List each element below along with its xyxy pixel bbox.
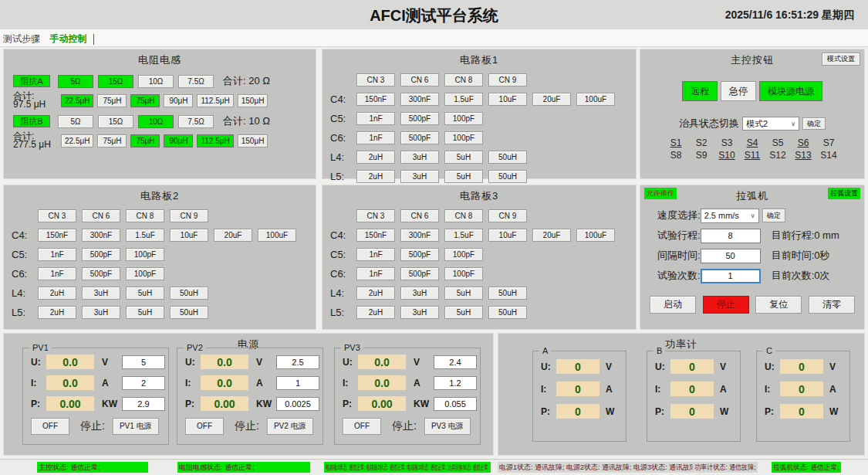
board-value-button[interactable]: 5uH xyxy=(444,306,483,319)
fixture-confirm-button[interactable]: 确定 xyxy=(802,117,826,130)
inductor-button[interactable]: 22.5μH xyxy=(61,94,93,107)
board-value-button[interactable]: 5uH xyxy=(126,306,164,319)
cn-button[interactable]: CN 8 xyxy=(126,209,164,222)
cn-button[interactable]: CN 6 xyxy=(82,209,120,222)
inductor-button[interactable]: 150μH xyxy=(238,94,269,107)
board-value-button[interactable]: 1nF xyxy=(356,112,395,125)
pv-power-button[interactable]: PV2 电源 xyxy=(267,418,313,435)
board-value-button[interactable]: 300nF xyxy=(400,229,439,242)
pv-off-button[interactable]: OFF xyxy=(343,418,381,435)
board-value-button[interactable]: 500pF xyxy=(400,112,439,125)
board-value-button[interactable]: 3uH xyxy=(400,151,439,164)
tab-manual-control[interactable]: 手动控制 xyxy=(46,32,90,46)
board-value-button[interactable]: 50uH xyxy=(488,306,527,319)
pv-setpoint-input[interactable]: 2.5 xyxy=(276,355,319,369)
inductor-button[interactable]: 150μH xyxy=(238,134,269,148)
fixture-mode-select[interactable]: 模式2 ∨ xyxy=(742,117,799,131)
board-value-button[interactable]: 150nF xyxy=(356,93,395,106)
board-value-button[interactable]: 1.5uF xyxy=(444,229,483,242)
arc-field-input[interactable]: 8 xyxy=(701,229,761,243)
resistor-button[interactable]: 7.5Ω xyxy=(178,75,214,88)
board-value-button[interactable]: 1nF xyxy=(38,267,76,280)
impedance-toggle-a[interactable]: 阻抗A xyxy=(13,75,50,87)
speed-confirm-button[interactable]: 确定 xyxy=(762,209,785,222)
resistor-button[interactable]: 5Ω xyxy=(58,75,93,88)
cn-button[interactable]: CN 8 xyxy=(444,209,483,222)
pv-setpoint-input[interactable]: 1.2 xyxy=(434,376,477,390)
cn-button[interactable]: CN 6 xyxy=(400,209,439,222)
cn-button[interactable]: CN 3 xyxy=(356,73,395,87)
board-value-button[interactable]: 10uF xyxy=(488,229,527,242)
resistor-button[interactable]: 15Ω xyxy=(98,115,133,128)
board-value-button[interactable]: 50uH xyxy=(170,306,208,319)
board-value-button[interactable]: 2uH xyxy=(356,170,395,183)
resistor-button[interactable]: 7.5Ω xyxy=(178,115,214,128)
board-value-button[interactable]: 2uH xyxy=(38,287,76,300)
cn-button[interactable]: CN 3 xyxy=(38,209,76,222)
board-value-button[interactable]: 20uF xyxy=(532,229,571,242)
board-value-button[interactable]: 100uF xyxy=(258,229,296,242)
board-value-button[interactable]: 1nF xyxy=(356,248,395,261)
board-value-button[interactable]: 100pF xyxy=(444,112,483,125)
pv-setpoint-input[interactable]: 0.055 xyxy=(434,397,477,411)
pv-setpoint-input[interactable]: 1 xyxy=(276,376,319,390)
pv-setpoint-input[interactable]: 2.9 xyxy=(122,397,165,411)
board-value-button[interactable]: 50uH xyxy=(488,151,527,164)
board-value-button[interactable]: 100pF xyxy=(444,131,483,144)
arc-control-button[interactable]: 停止 xyxy=(703,296,749,314)
arc-settings-button[interactable]: 拉弧设置 xyxy=(828,188,860,199)
board-value-button[interactable]: 1nF xyxy=(356,131,395,144)
board-value-button[interactable]: 50uH xyxy=(488,170,527,183)
board-value-button[interactable]: 500pF xyxy=(400,248,439,261)
board-value-button[interactable]: 50uH xyxy=(170,287,208,300)
board-value-button[interactable]: 500pF xyxy=(400,131,439,144)
board-value-button[interactable]: 2uH xyxy=(356,306,395,319)
board-value-button[interactable]: 300nF xyxy=(400,93,439,106)
board-value-button[interactable]: 100uF xyxy=(576,229,615,242)
resistor-button[interactable]: 5Ω xyxy=(58,115,93,128)
inductor-button[interactable]: 112.5μH xyxy=(197,134,233,148)
board-value-button[interactable]: 100pF xyxy=(126,267,164,280)
inductor-button[interactable]: 75μH xyxy=(130,134,160,148)
arc-field-input[interactable]: 50 xyxy=(701,249,761,263)
inductor-button[interactable]: 75μH xyxy=(97,94,127,107)
pv-power-button[interactable]: PV3 电源 xyxy=(424,418,471,435)
board-value-button[interactable]: 5uH xyxy=(444,287,483,300)
board-value-button[interactable]: 50uH xyxy=(488,287,527,300)
board-value-button[interactable]: 150nF xyxy=(38,229,76,242)
main-control-button[interactable]: 远程 xyxy=(682,81,718,101)
board-value-button[interactable]: 3uH xyxy=(82,306,120,319)
pv-off-button[interactable]: OFF xyxy=(31,418,69,435)
main-control-button[interactable]: 模块源电源 xyxy=(759,81,822,101)
board-value-button[interactable]: 1.5uF xyxy=(126,229,164,242)
impedance-toggle-b[interactable]: 阻抗B xyxy=(13,115,50,127)
main-control-button[interactable]: 急停 xyxy=(721,81,756,101)
resistor-button[interactable]: 10Ω xyxy=(138,115,174,128)
board-value-button[interactable]: 500pF xyxy=(82,267,120,280)
pv-off-button[interactable]: OFF xyxy=(185,418,224,435)
cn-button[interactable]: CN 9 xyxy=(488,73,527,87)
board-value-button[interactable]: 5uH xyxy=(444,170,483,183)
pv-setpoint-input[interactable]: 2.4 xyxy=(434,355,477,369)
board-value-button[interactable]: 20uF xyxy=(532,93,571,106)
cn-button[interactable]: CN 9 xyxy=(488,209,527,222)
board-value-button[interactable]: 100pF xyxy=(126,248,164,261)
board-value-button[interactable]: 100pF xyxy=(444,267,483,280)
board-value-button[interactable]: 3uH xyxy=(400,170,439,183)
board-value-button[interactable]: 1nF xyxy=(38,248,76,261)
board-value-button[interactable]: 2uH xyxy=(356,151,395,164)
board-value-button[interactable]: 5uH xyxy=(126,287,164,300)
inductor-button[interactable]: 75μH xyxy=(97,134,127,148)
board-value-button[interactable]: 2uH xyxy=(356,287,395,300)
pv-setpoint-input[interactable]: 0.0025 xyxy=(276,397,319,411)
arc-control-button[interactable]: 清零 xyxy=(809,296,855,314)
board-value-button[interactable]: 100pF xyxy=(444,248,483,261)
pv-setpoint-input[interactable]: 5 xyxy=(122,355,165,369)
board-value-button[interactable]: 5uH xyxy=(444,151,483,164)
cn-button[interactable]: CN 9 xyxy=(170,209,208,222)
board-value-button[interactable]: 150nF xyxy=(356,229,395,242)
board-value-button[interactable]: 500pF xyxy=(400,267,439,280)
board-value-button[interactable]: 20uF xyxy=(214,229,252,242)
arc-field-input[interactable]: 1 xyxy=(701,269,761,283)
board-value-button[interactable]: 10uF xyxy=(170,229,208,242)
